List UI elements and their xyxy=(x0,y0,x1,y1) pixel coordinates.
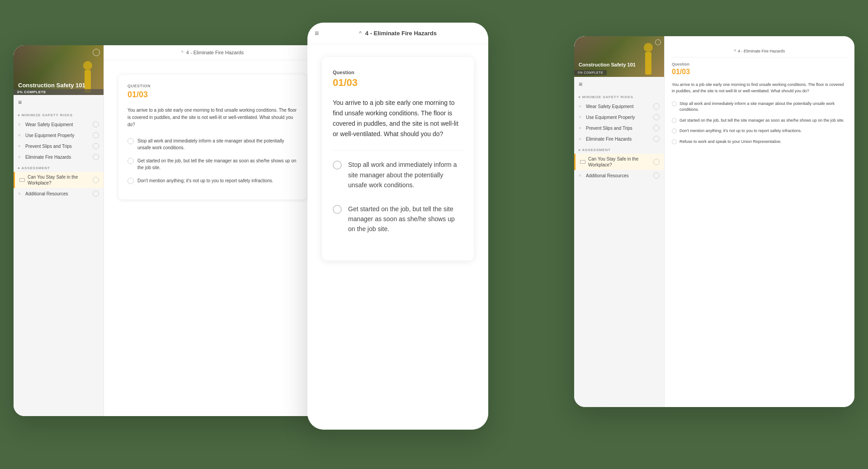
radio-button[interactable] xyxy=(672,128,677,133)
quiz-icon xyxy=(580,160,585,164)
question-text: You arrive to a job site early one morni… xyxy=(127,107,297,128)
sidebar-left: Construction Safety 101 0% COMPLETE ≡ ▸ … xyxy=(14,45,104,416)
hero-image: Construction Safety 101 0% COMPLETE xyxy=(574,36,664,77)
item-label: Use Equipment Properly xyxy=(25,133,93,138)
phone-answer-2[interactable]: Get started on the job, but tell the sit… xyxy=(333,204,463,234)
right-tablet-sidebar: Construction Safety 101 0% COMPLETE ≡ ▸ … xyxy=(574,36,665,407)
phone-inner: ≡ ^ 4 - Eliminate Fire Hazards Question … xyxy=(307,23,488,430)
radio-button[interactable] xyxy=(127,178,134,184)
sidebar-item-use-equipment-r[interactable]: ≡ Use Equipment Properly xyxy=(574,112,664,123)
status-circle xyxy=(653,172,660,179)
answer-text: Stop all work and immediately inform a s… xyxy=(348,160,463,190)
item-label: Prevent Slips and Trips xyxy=(586,125,653,131)
sidebar-item-additional-resources-r[interactable]: ≡ Additional Resources xyxy=(574,170,664,181)
radio-button[interactable] xyxy=(672,139,677,144)
complete-badge: 0% COMPLETE xyxy=(574,70,607,75)
status-circle xyxy=(93,190,99,197)
right-answer-2[interactable]: Get started on the job, but tell the sit… xyxy=(672,118,847,124)
drag-icon: ≡ xyxy=(579,173,583,178)
question-label-right: Question xyxy=(672,62,847,66)
item-label: Eliminate Fire Hazards xyxy=(586,136,653,142)
answer-text: Get started on the job, but tell the sit… xyxy=(679,118,844,124)
phone-quiz-area: Question 01/03 You arrive to a job site … xyxy=(307,44,488,430)
radio-button[interactable] xyxy=(672,118,677,123)
lesson-title-phone: 4 - Eliminate Fire Hazards xyxy=(365,30,437,37)
section-header-assessment: ▸ ASSESSMENT xyxy=(14,162,104,172)
sidebar-item-stay-safe[interactable]: Can You Stay Safe in the Workplace? xyxy=(14,172,104,188)
phone-top-bar: ≡ ^ 4 - Eliminate Fire Hazards xyxy=(307,23,488,44)
answer-text: Stop all work and immediately inform a s… xyxy=(679,101,847,113)
status-circle xyxy=(93,143,99,149)
sidebar-item-additional-resources[interactable]: ≡ Additional Resources xyxy=(14,188,104,199)
answer-text: Don't mention anything; it's not up to y… xyxy=(679,128,802,134)
chevron-icon: ^ xyxy=(734,49,736,53)
menu-icon[interactable]: ≡ xyxy=(14,95,104,109)
status-circle xyxy=(653,125,660,131)
radio-button[interactable] xyxy=(127,138,134,144)
item-label: Additional Resources xyxy=(586,173,653,179)
item-label: Use Equipment Properly xyxy=(586,114,653,120)
status-circle xyxy=(93,132,99,138)
worker-figure xyxy=(642,43,655,75)
status-circle xyxy=(93,177,99,183)
answer-text: Get started on the job, but tell the sit… xyxy=(137,157,297,171)
drag-icon: ≡ xyxy=(579,126,583,130)
right-tablet-quiz: ^ 4 - Eliminate Fire Hazards Question 01… xyxy=(665,36,854,407)
phone-answer-1[interactable]: Stop all work and immediately inform a s… xyxy=(333,160,463,190)
answer-option-1[interactable]: Stop all work and immediately inform a s… xyxy=(127,137,297,151)
right-answer-4[interactable]: Refuse to work and speak to your Union R… xyxy=(672,139,847,145)
sidebar-item-use-equipment[interactable]: ≡ Use Equipment Properly xyxy=(14,130,104,141)
sidebar-item-eliminate-fire-r[interactable]: ≡ Eliminate Fire Hazards xyxy=(574,133,664,144)
right-top-bar: ^ 4 - Eliminate Fire Hazards xyxy=(672,45,847,57)
answer-text: Refuse to work and speak to your Union R… xyxy=(679,139,782,145)
item-label: Can You Stay Safe in the Workplace? xyxy=(28,174,93,186)
answer-text: Don't mention anything; it's not up to y… xyxy=(137,177,274,184)
sidebar-item-prevent-slips-r[interactable]: ≡ Prevent Slips and Trips xyxy=(574,123,664,133)
main-content-left: ^ 4 - Eliminate Fire Hazards Question 01… xyxy=(104,45,321,416)
item-label: Wear Safety Equipment xyxy=(25,122,93,128)
radio-button[interactable] xyxy=(127,158,134,164)
sidebar-item-wear-safety[interactable]: ≡ Wear Safety Equipment xyxy=(14,119,104,130)
radio-button[interactable] xyxy=(672,101,677,106)
question-text-phone: You arrive to a job site early one morni… xyxy=(333,98,463,139)
section-header-assessment-r: ▸ ASSESSMENT xyxy=(574,144,664,154)
right-answer-1[interactable]: Stop all work and immediately inform a s… xyxy=(672,101,847,113)
drag-icon: ≡ xyxy=(579,137,583,141)
phone-center: ≡ ^ 4 - Eliminate Fire Hazards Question … xyxy=(307,23,488,430)
answer-option-3[interactable]: Don't mention anything; it's not up to y… xyxy=(127,177,297,184)
answer-text: Get started on the job, but tell the sit… xyxy=(348,204,463,234)
status-circle xyxy=(93,154,99,160)
section-header-minimize: ▸ MINIMIZE SAFETY RISKS xyxy=(574,91,664,101)
question-text-right: You arrive to a job site early one morni… xyxy=(672,81,847,95)
status-circle xyxy=(653,114,660,120)
menu-icon[interactable]: ≡ xyxy=(315,29,319,38)
right-answer-3[interactable]: Don't mention anything; it's not up to y… xyxy=(672,128,847,134)
question-number-phone: 01/03 xyxy=(333,77,463,89)
item-label: Prevent Slips and Trips xyxy=(25,143,93,149)
lesson-title: 4 - Eliminate Fire Hazards xyxy=(186,50,244,55)
status-circle xyxy=(653,136,660,142)
search-icon[interactable] xyxy=(655,39,661,45)
drag-icon: ≡ xyxy=(579,104,583,109)
quiz-icon xyxy=(19,178,25,182)
sidebar-item-prevent-slips[interactable]: ≡ Prevent Slips and Trips xyxy=(14,141,104,152)
quiz-container: Question 01/03 You arrive to a job site … xyxy=(118,75,307,199)
drag-icon: ≡ xyxy=(18,122,23,127)
menu-icon[interactable]: ≡ xyxy=(574,77,664,91)
radio-button[interactable] xyxy=(333,161,342,170)
divider xyxy=(333,150,463,151)
drag-icon: ≡ xyxy=(18,144,23,148)
status-circle xyxy=(93,121,99,128)
answer-option-2[interactable]: Get started on the job, but tell the sit… xyxy=(127,157,297,171)
chevron-icon: ^ xyxy=(359,31,362,36)
sidebar-item-stay-safe-r[interactable]: Can You Stay Safe in the Workplace? xyxy=(574,154,664,170)
sidebar-item-wear-safety-r[interactable]: ≡ Wear Safety Equipment xyxy=(574,101,664,112)
drag-icon: ≡ xyxy=(18,155,23,159)
sidebar-item-eliminate-fire[interactable]: ≡ Eliminate Fire Hazards xyxy=(14,152,104,162)
course-title: Construction Safety 101 xyxy=(579,62,636,68)
top-bar: ^ 4 - Eliminate Fire Hazards xyxy=(104,45,321,60)
drag-icon: ≡ xyxy=(18,133,23,137)
search-icon[interactable] xyxy=(93,49,100,56)
answer-text: Stop all work and immediately inform a s… xyxy=(137,137,297,151)
radio-button[interactable] xyxy=(333,205,342,214)
